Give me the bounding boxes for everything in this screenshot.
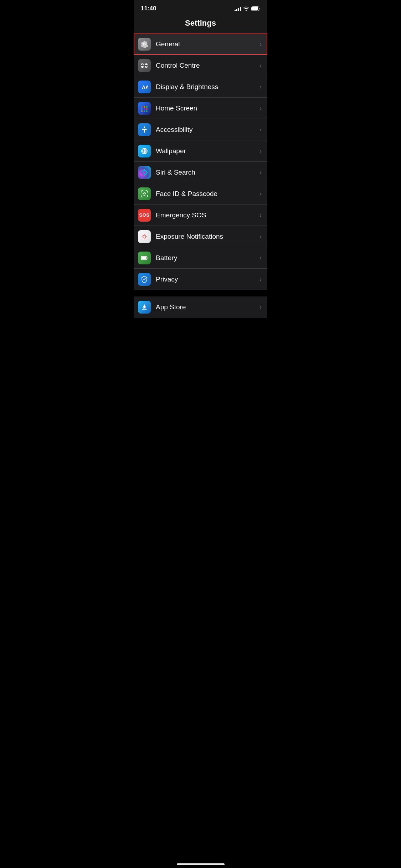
exposure-notifications-chevron: › [260,233,262,240]
svg-point-35 [143,234,143,235]
svg-point-15 [141,110,143,112]
emergency-sos-icon: SOS [138,209,151,222]
settings-item-siri-search[interactable]: Siri & Search › [134,162,267,183]
svg-rect-4 [145,63,148,65]
display-brightness-chevron: › [260,84,262,90]
signal-bar-2 [236,9,237,11]
app-store-icon [138,301,151,314]
svg-point-6 [142,64,143,65]
page-title: Settings [185,19,216,27]
wallpaper-label: Wallpaper [156,147,257,155]
general-icon [138,38,151,51]
svg-rect-40 [142,257,146,259]
exposure-svg [140,233,148,241]
battery-settings-icon [138,252,151,264]
svg-point-33 [142,236,143,237]
svg-point-13 [144,108,145,110]
settings-item-accessibility[interactable]: Accessibility › [134,119,267,140]
siri-svg [140,169,148,176]
settings-item-faceid-passcode[interactable]: Face ID & Passcode › [134,183,267,205]
svg-text:AA: AA [142,84,148,90]
faceid-icon [138,187,151,200]
control-centre-label: Control Centre [156,62,257,69]
svg-point-18 [144,126,145,128]
exposure-notifications-icon [138,230,151,243]
display-svg: AA [140,83,148,91]
settings-item-general[interactable]: General › [134,33,267,55]
signal-bar-4 [240,7,241,11]
faceid-passcode-chevron: › [260,191,262,197]
battery-icon [251,6,260,11]
svg-rect-3 [141,66,144,68]
general-label: General [156,40,257,48]
settings-item-home-screen[interactable]: Home Screen › [134,98,267,119]
siri-icon [138,166,151,179]
emergency-sos-label: Emergency SOS [156,211,257,219]
general-chevron: › [260,41,262,47]
settings-list: General › Control Centre › AA Display & … [134,33,267,290]
svg-point-14 [146,108,148,110]
display-brightness-label: Display & Brightness [156,83,257,91]
svg-point-9 [141,106,143,108]
faceid-svg [140,190,148,198]
section-divider [134,290,267,296]
settings-item-battery[interactable]: Battery › [134,247,267,269]
privacy-icon [138,273,151,286]
bottom-spacing [134,318,267,339]
sos-text: SOS [139,212,150,218]
settings-item-exposure-notifications[interactable]: Exposure Notifications › [134,226,267,247]
homescreen-svg [140,104,149,113]
wallpaper-chevron: › [260,148,262,154]
svg-point-7 [146,66,147,67]
accessibility-chevron: › [260,126,262,133]
svg-point-16 [144,110,145,112]
svg-point-31 [144,234,145,234]
svg-point-12 [141,108,143,110]
control-centre-chevron: › [260,62,262,69]
battery-label: Battery [156,254,257,262]
settings-item-privacy[interactable]: Privacy › [134,269,267,290]
home-screen-label: Home Screen [156,104,257,112]
appstore-svg [140,303,148,311]
svg-point-36 [145,238,146,238]
svg-point-38 [143,238,143,238]
emergency-sos-chevron: › [260,212,262,218]
svg-point-11 [146,106,148,108]
settings-item-wallpaper[interactable]: Wallpaper › [134,140,267,162]
app-store-label: App Store [156,303,257,311]
svg-point-17 [146,110,148,112]
settings-item-app-store[interactable]: App Store › [134,296,267,318]
gear-svg [140,40,148,48]
home-screen-chevron: › [260,105,262,112]
wifi-icon [243,6,249,11]
signal-bars-icon [235,6,241,11]
status-icons [235,6,260,11]
svg-point-10 [144,106,145,108]
page-title-bar: Settings [134,15,267,33]
settings-item-display-brightness[interactable]: AA Display & Brightness › [134,76,267,98]
svg-point-37 [145,234,146,235]
exposure-notifications-label: Exposure Notifications [156,233,257,241]
accessibility-svg [140,126,148,134]
battery-chevron: › [260,255,262,261]
status-time: 11:40 [141,5,156,12]
settings-item-control-centre[interactable]: Control Centre › [134,55,267,76]
privacy-label: Privacy [156,275,257,283]
settings-item-emergency-sos[interactable]: SOS Emergency SOS › [134,205,267,226]
home-screen-icon [138,102,151,115]
display-brightness-icon: AA [138,81,151,93]
siri-search-chevron: › [260,169,262,176]
svg-point-32 [144,238,145,239]
app-store-chevron: › [260,304,262,310]
svg-rect-1 [252,7,258,10]
control-svg [140,62,148,69]
battery-svg [140,254,148,262]
privacy-chevron: › [260,276,262,283]
svg-point-34 [146,236,147,237]
appstore-section: App Store › [134,296,267,318]
control-centre-icon [138,59,151,72]
svg-point-26 [143,193,144,193]
siri-search-label: Siri & Search [156,169,257,176]
accessibility-icon [138,123,151,136]
privacy-svg [140,275,148,283]
